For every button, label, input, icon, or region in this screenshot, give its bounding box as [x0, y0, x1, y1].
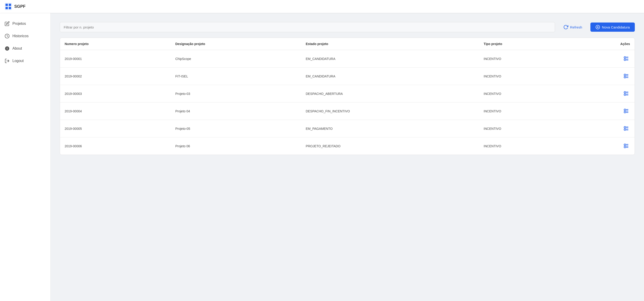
sidebar-item-projetos-label: Projetos — [12, 21, 26, 26]
svg-point-38 — [625, 110, 625, 110]
cell-estado: PROJETO_REJEITADO — [301, 137, 479, 155]
row-action-button[interactable] — [622, 89, 630, 98]
svg-rect-3 — [6, 7, 8, 9]
cell-designacao: ChipScope — [171, 50, 301, 67]
svg-point-14 — [625, 57, 625, 58]
col-designacao: Designação projeto — [171, 38, 301, 50]
table-row: 2019-00002 FIT-ISEL EM_CANDIDATURA INCEN… — [60, 67, 634, 85]
sidebar-item-historicos-label: Historicos — [12, 34, 28, 38]
row-action-button[interactable] — [622, 72, 630, 81]
row-action-button[interactable] — [622, 124, 630, 133]
sidebar-item-about-label: About — [12, 46, 22, 50]
table-header: Numero projeto Designação projeto Estado… — [60, 38, 634, 50]
svg-point-50 — [625, 129, 625, 130]
col-tipo: Tipo projeto — [479, 38, 572, 50]
cell-tipo: INCENTIVO — [479, 50, 572, 67]
svg-point-46 — [625, 127, 625, 128]
cell-acoes — [572, 120, 634, 137]
table-header-row: Numero projeto Designação projeto Estado… — [60, 38, 634, 50]
action-list-icon — [622, 125, 629, 131]
projects-table-container: Numero projeto Designação projeto Estado… — [60, 38, 635, 155]
cell-designacao: Projeto 04 — [171, 102, 301, 120]
svg-rect-2 — [9, 4, 11, 6]
clock-icon — [4, 33, 10, 39]
svg-point-42 — [625, 112, 625, 113]
cell-numero: 2019-00003 — [60, 85, 171, 102]
action-list-icon — [622, 55, 629, 62]
cell-estado: DESPACHO_ABERTURA — [301, 85, 479, 102]
main-content: Refresh Nova Candidatura Numero projeto … — [50, 13, 644, 301]
nova-candidatura-button[interactable]: Nova Candidatura — [590, 22, 635, 32]
table-row: 2019-00005 Projeto-05 EM_PAGAMENTO INCEN… — [60, 120, 634, 137]
table-row: 2019-00001 ChipScope EM_CANDIDATURA INCE… — [60, 50, 634, 67]
cell-tipo: INCENTIVO — [479, 120, 572, 137]
svg-point-54 — [625, 145, 625, 145]
cell-numero: 2019-00001 — [60, 50, 171, 67]
svg-rect-7 — [7, 48, 7, 49]
sidebar: Projetos Historicos About Logout — [0, 13, 50, 301]
sidebar-item-logout[interactable]: Logout — [0, 55, 50, 67]
top-header: SGPF — [0, 0, 644, 13]
sidebar-item-logout-label: Logout — [12, 59, 24, 63]
row-action-button[interactable] — [622, 54, 630, 63]
projects-table: Numero projeto Designação projeto Estado… — [60, 38, 634, 155]
cell-estado: EM_CANDIDATURA — [301, 50, 479, 67]
cell-designacao: Projeto-03 — [171, 85, 301, 102]
cell-acoes — [572, 67, 634, 85]
refresh-label: Refresh — [570, 25, 582, 29]
cell-acoes — [572, 137, 634, 155]
cell-tipo: INCENTIVO — [479, 85, 572, 102]
col-acoes: Ações — [572, 38, 634, 50]
toolbar: Refresh Nova Candidatura — [60, 22, 635, 32]
col-numero: Numero projeto — [60, 38, 171, 50]
cell-tipo: INCENTIVO — [479, 102, 572, 120]
svg-rect-1 — [6, 4, 8, 6]
sidebar-item-historicos[interactable]: Historicos — [0, 30, 50, 42]
refresh-icon — [563, 24, 568, 30]
sidebar-item-about[interactable]: About — [0, 42, 50, 55]
svg-point-30 — [625, 92, 625, 93]
cell-designacao: FIT-ISEL — [171, 67, 301, 85]
row-action-button[interactable] — [622, 142, 630, 150]
table-row: 2019-00006 Projeto 06 PROJETO_REJEITADO … — [60, 137, 634, 155]
cell-acoes — [572, 102, 634, 120]
logout-icon — [4, 58, 10, 63]
action-list-icon — [622, 90, 629, 96]
cell-designacao: Projeto 06 — [171, 137, 301, 155]
cell-estado: DESPACHO_FIN_INCENTIVO — [301, 102, 479, 120]
cell-estado: EM_CANDIDATURA — [301, 67, 479, 85]
info-icon — [4, 46, 10, 51]
svg-point-58 — [625, 147, 625, 148]
edit-icon — [4, 21, 10, 26]
filter-input[interactable] — [60, 22, 555, 32]
row-action-button[interactable] — [622, 107, 630, 116]
table-row: 2019-00003 Projeto-03 DESPACHO_ABERTURA … — [60, 85, 634, 102]
action-list-icon — [622, 73, 629, 79]
sidebar-item-projetos[interactable]: Projetos — [0, 17, 50, 30]
svg-rect-8 — [7, 47, 7, 48]
plus-circle-icon — [596, 25, 600, 29]
cell-numero: 2019-00002 — [60, 67, 171, 85]
cell-numero: 2019-00004 — [60, 102, 171, 120]
cell-designacao: Projeto-05 — [171, 120, 301, 137]
svg-point-22 — [625, 75, 625, 75]
svg-point-26 — [625, 77, 625, 78]
table-row: 2019-00004 Projeto 04 DESPACHO_FIN_INCEN… — [60, 102, 634, 120]
refresh-button[interactable]: Refresh — [559, 22, 587, 32]
cell-estado: EM_PAGAMENTO — [301, 120, 479, 137]
cell-tipo: INCENTIVO — [479, 137, 572, 155]
cell-numero: 2019-00006 — [60, 137, 171, 155]
cell-tipo: INCENTIVO — [479, 67, 572, 85]
app-logo-icon — [4, 3, 12, 10]
app-title: SGPF — [14, 4, 26, 9]
cell-acoes — [572, 50, 634, 67]
nova-candidatura-label: Nova Candidatura — [602, 25, 630, 29]
action-list-icon — [622, 107, 629, 114]
svg-rect-4 — [9, 7, 11, 9]
svg-point-18 — [625, 59, 625, 60]
cell-numero: 2019-00005 — [60, 120, 171, 137]
svg-point-34 — [625, 94, 625, 95]
main-layout: Projetos Historicos About Logout — [0, 13, 644, 301]
cell-acoes — [572, 85, 634, 102]
table-body: 2019-00001 ChipScope EM_CANDIDATURA INCE… — [60, 50, 634, 155]
